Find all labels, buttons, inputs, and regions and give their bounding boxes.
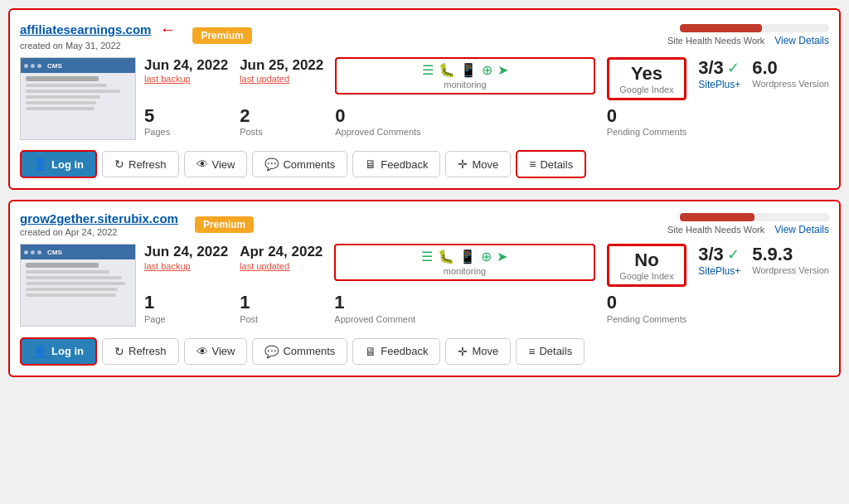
btn-view[interactable]: 👁View (184, 151, 248, 177)
card-header: affiliatesearnings.com←created on May 31… (20, 20, 829, 51)
btn-refresh[interactable]: ↻Refresh (102, 338, 179, 365)
monitor-icon-5: ➤ (497, 62, 508, 78)
site-url-link[interactable]: affiliatesearnings.com (20, 22, 151, 36)
pending-comments-block: 0Pending Comments (607, 105, 687, 137)
refresh-label: Refresh (129, 345, 167, 357)
stats-grid: Jun 24, 2022last backupApr 24, 2022last … (144, 244, 829, 328)
details-label: Details (540, 158, 573, 171)
premium-badge: Premium (195, 216, 254, 233)
btn-comments[interactable]: 💬Comments (252, 338, 347, 365)
wp-version-block: 6.0Wordpress Version (752, 57, 829, 89)
view-icon: 👁 (196, 345, 208, 358)
posts-value: 1 (240, 292, 323, 313)
btn-feedback[interactable]: 🖥Feedback (352, 151, 440, 177)
health-label-row: Site Health Needs WorkView Details (667, 35, 829, 46)
btn-move[interactable]: ✛Move (445, 338, 511, 365)
monitoring-icons: ☰ 🐛 📱 ⊕ ➤ (421, 249, 507, 264)
health-area: Site Health Needs WorkView Details (663, 213, 829, 235)
last-updated-block: Apr 24, 2022last updated (240, 244, 323, 270)
view-label: View (212, 158, 235, 171)
feedback-icon: 🖥 (365, 345, 376, 358)
posts-block: 1Post (240, 292, 323, 323)
google-index-label: Google Index (618, 85, 677, 94)
btn-login[interactable]: 👤Log in (20, 150, 97, 178)
google-index-block: NoGoogle Index (607, 244, 687, 287)
login-icon: 👤 (33, 345, 47, 358)
details-icon: ≡ (528, 345, 535, 358)
pending-comments-block: 0Pending Comments (607, 292, 687, 323)
approved-comments-label: Approved Comment (334, 314, 594, 324)
btn-refresh[interactable]: ↻Refresh (102, 151, 179, 177)
monitor-icon-4: ⊕ (482, 62, 492, 78)
monitoring-block: ☰ 🐛 📱 ⊕ ➤ monitoring (334, 244, 594, 281)
wp-label: Wordpress Version (752, 265, 829, 275)
site-thumbnail: CMS (20, 57, 136, 140)
monitor-icon-4: ⊕ (481, 249, 492, 264)
site-card-site2: grow2gether.siterubix.comcreated on Apr … (8, 200, 841, 376)
btn-feedback[interactable]: 🖥Feedback (352, 338, 440, 365)
details-label: Details (539, 345, 572, 357)
monitor-icon-2: 🐛 (439, 62, 455, 78)
btn-details[interactable]: ≡Details (516, 150, 586, 178)
site-title-area: affiliatesearnings.com←created on May 31… (20, 20, 176, 51)
monitoring-label: monitoring (444, 266, 486, 276)
wp-version: 5.9.3 (752, 244, 829, 265)
health-area: Site Health Needs WorkView Details (663, 24, 829, 46)
approved-comments-block: 1Approved Comment (334, 292, 594, 323)
google-index-value: No (618, 250, 677, 271)
monitor-icon-1: ☰ (422, 62, 434, 78)
site-url-link[interactable]: grow2gether.siterubix.com (20, 211, 178, 225)
check-icon: ✓ (727, 59, 740, 77)
view-icon: 👁 (196, 158, 208, 171)
btn-login[interactable]: 👤Log in (20, 337, 97, 366)
pages-block: 5Pages (144, 105, 228, 137)
approved-comments-label: Approved Comments (335, 127, 594, 137)
last-backup-label: last backup (144, 261, 228, 271)
monitoring-icons: ☰ 🐛 📱 ⊕ ➤ (422, 62, 508, 78)
last-backup-date: Jun 24, 2022 (144, 57, 228, 74)
monitor-icon-5: ➤ (497, 249, 507, 264)
card-body: CMSJun 24, 2022last backupApr 24, 2022la… (20, 244, 829, 328)
comments-label: Comments (283, 345, 335, 357)
check-icon: ✓ (727, 245, 740, 264)
view-label: View (212, 345, 235, 357)
btn-comments[interactable]: 💬Comments (252, 151, 347, 177)
last-updated-block: Jun 25, 2022last updated (240, 57, 323, 84)
approved-comments-value: 1 (334, 292, 594, 313)
move-icon: ✛ (458, 345, 468, 358)
health-bar-fill (680, 24, 762, 32)
refresh-label: Refresh (129, 158, 167, 171)
btn-details[interactable]: ≡Details (516, 338, 585, 365)
feedback-label: Feedback (381, 158, 428, 171)
monitor-icon-3: 📱 (460, 62, 477, 78)
comments-label: Comments (283, 158, 335, 171)
move-icon: ✛ (458, 158, 468, 171)
last-backup-block: Jun 24, 2022last backup (144, 57, 228, 84)
login-icon: 👤 (33, 158, 47, 171)
health-label: Site Health Needs Work (667, 225, 764, 235)
posts-label: Post (240, 314, 323, 324)
pages-label: Pages (144, 127, 228, 137)
health-label-row: Site Health Needs WorkView Details (667, 224, 829, 235)
monitor-icon-3: 📱 (459, 249, 476, 264)
health-label: Site Health Needs Work (667, 36, 764, 46)
actions-row: 👤Log in↻Refresh👁View💬Comments🖥Feedback✛M… (20, 337, 829, 366)
pages-value: 1 (144, 292, 228, 313)
btn-view[interactable]: 👁View (184, 338, 248, 365)
btn-move[interactable]: ✛Move (445, 151, 511, 177)
google-index-label: Google Index (618, 271, 677, 281)
view-details-link[interactable]: View Details (774, 35, 829, 46)
view-details-link[interactable]: View Details (774, 224, 829, 235)
monitoring-block: ☰ 🐛 📱 ⊕ ➤ monitoring (335, 57, 594, 94)
posts-label: Posts (240, 127, 323, 137)
pending-comments-label: Pending Comments (607, 314, 687, 324)
last-updated-date: Jun 25, 2022 (240, 57, 323, 74)
site-created-date: created on May 31, 2022 (20, 41, 176, 51)
siteplus-label: SitePlus+ (698, 265, 740, 277)
feedback-icon: 🖥 (365, 158, 376, 171)
last-backup-label: last backup (144, 74, 228, 84)
move-label: Move (472, 345, 498, 357)
monitoring-label: monitoring (444, 80, 486, 90)
pending-comments-value: 0 (607, 105, 687, 127)
approved-comments-block: 0Approved Comments (335, 105, 594, 137)
